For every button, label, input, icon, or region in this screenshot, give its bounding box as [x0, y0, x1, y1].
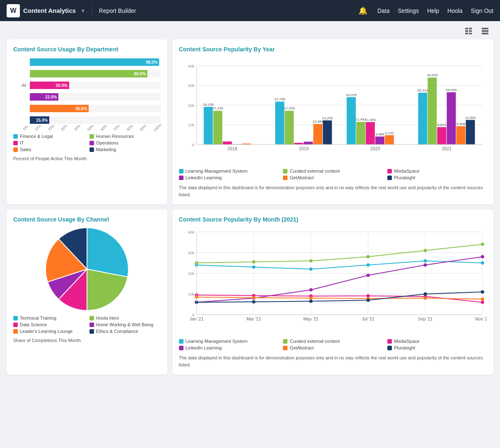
svg-text:4,066: 4,066	[375, 132, 384, 136]
dept-bar-fill: 90.0%	[30, 70, 147, 77]
svg-rect-39	[437, 127, 446, 145]
svg-rect-43	[375, 137, 384, 145]
svg-text:30k: 30k	[188, 84, 194, 88]
legend-item: Finance & Legal	[13, 134, 85, 139]
month-legend-item: Learning Management System	[179, 339, 278, 344]
channel-legend-item: Data Science	[13, 322, 85, 327]
popularity-month-title: Content Source Popularity By Month (2021…	[179, 216, 487, 223]
legend-item: Operations	[89, 140, 161, 145]
legend-dot	[179, 176, 184, 180]
navbar: W Content Analytics ▼ Report Builder 🔔 D…	[0, 0, 500, 21]
svg-point-88	[309, 267, 312, 271]
legend-dot	[13, 329, 18, 334]
svg-point-112	[309, 296, 312, 300]
svg-point-108	[423, 263, 427, 267]
svg-text:10k: 10k	[188, 123, 194, 128]
hoola-link[interactable]: Hoola	[447, 7, 463, 14]
help-link[interactable]: Help	[427, 7, 439, 14]
svg-point-87	[252, 265, 255, 269]
legend-dot	[283, 346, 287, 350]
svg-point-114	[423, 296, 427, 300]
list-view-icon[interactable]	[478, 25, 492, 37]
svg-text:26,314: 26,314	[417, 89, 428, 92]
settings-link[interactable]: Settings	[398, 7, 419, 14]
main-grid: Content Source Usage By Department 99.0%…	[0, 39, 500, 381]
dept-bar-fill: 99.0%	[30, 58, 159, 66]
legend-label: Technical Training	[20, 316, 56, 320]
svg-rect-19	[203, 107, 213, 145]
legend-dot	[13, 141, 18, 145]
svg-text:Sep '21: Sep '21	[418, 317, 433, 321]
svg-text:26,555: 26,555	[446, 88, 457, 92]
svg-text:20k: 20k	[188, 104, 194, 108]
dept-bar-track: 90.0%	[30, 70, 161, 77]
channel-legend-item: Hoola Hero	[89, 316, 161, 320]
legend-label: Hoola Hero	[96, 316, 119, 320]
svg-rect-37	[366, 122, 375, 145]
svg-point-91	[481, 261, 484, 265]
dept-x-label: 0%	[22, 124, 29, 131]
dept-x-label: 70%	[113, 124, 121, 132]
dept-bar-fill: 30.0%	[30, 82, 69, 89]
signout-link[interactable]: Sign Out	[471, 7, 493, 14]
bell-icon[interactable]: 🔔	[358, 6, 367, 15]
svg-text:2018: 2018	[227, 147, 237, 151]
dept-bar-track: 15.0%	[30, 116, 161, 124]
svg-text:40k: 40k	[188, 64, 194, 68]
legend-label: Operations	[96, 140, 118, 145]
svg-rect-36	[294, 143, 303, 145]
nav-links: Data Settings Help Hoola Sign Out	[377, 7, 493, 14]
svg-rect-48	[313, 124, 322, 145]
svg-text:12,259: 12,259	[322, 116, 333, 120]
month-legend-item: Pluralsight	[387, 345, 487, 350]
toolbar	[0, 21, 500, 39]
dept-x-label: 60%	[99, 124, 108, 132]
dept-footer: Percent of People Active This Month	[13, 156, 161, 161]
channel-footer: Share of Completions This Month	[13, 338, 161, 343]
dept-bar-row: 22.0%	[22, 92, 161, 101]
svg-rect-50	[385, 135, 394, 145]
svg-text:May '21: May '21	[303, 317, 319, 321]
dept-x-label: 40%	[73, 124, 82, 132]
app-name: Content Analytics	[23, 7, 76, 14]
channel-legend-item: Ethics & Compliance	[89, 329, 161, 334]
dept-bar-pct: 90.0%	[134, 72, 147, 76]
svg-point-120	[423, 292, 427, 296]
svg-text:19,159: 19,159	[203, 103, 213, 106]
year-disclaimer: The data displayed in this dashboard is …	[179, 184, 487, 198]
legend-label: GetAbstract	[290, 175, 314, 180]
svg-point-96	[423, 249, 427, 252]
nav-divider	[92, 6, 92, 16]
popularity-year-title: Content Source Popularity By Year	[179, 46, 487, 53]
svg-text:0: 0	[192, 143, 194, 147]
data-link[interactable]: Data	[377, 7, 390, 14]
legend-label: Finance & Legal	[20, 134, 53, 139]
app-dropdown-icon[interactable]: ▼	[81, 8, 85, 13]
legend-dot	[387, 339, 392, 344]
svg-rect-52	[456, 126, 465, 145]
channel-legend-item: Technical Training	[13, 316, 85, 320]
channel-legend-item: Leader's Learning Lounge	[13, 329, 85, 334]
dept-bar-track: 22.0%	[30, 93, 161, 101]
legend-dot	[13, 134, 18, 139]
dept-x-label: 50%	[86, 124, 94, 132]
report-builder-link[interactable]: Report Builder	[99, 7, 136, 14]
channel-legend-item: Home Working & Well Being	[89, 322, 161, 327]
legend-label: Human Resources	[96, 134, 134, 139]
svg-rect-1	[469, 28, 472, 29]
svg-text:21,798: 21,798	[274, 98, 285, 101]
month-legend-item: MediaSpace	[387, 339, 487, 344]
svg-point-103	[481, 301, 484, 304]
legend-label: Data Science	[20, 322, 47, 327]
svg-rect-6	[482, 28, 488, 29]
legend-item: Sales	[13, 147, 85, 152]
svg-point-107	[366, 274, 370, 277]
popularity-year-chart: 010k20k30k40k19,15921,79824,07926,31417,…	[179, 58, 487, 165]
grid-view-icon[interactable]	[462, 25, 475, 37]
legend-dot	[89, 316, 94, 320]
dept-x-label: 90%	[139, 124, 147, 132]
legend-dot	[179, 339, 184, 344]
legend-label: Learning Management System	[186, 339, 248, 344]
svg-text:2020: 2020	[370, 147, 380, 151]
dept-bar-fill: 15.0%	[30, 116, 49, 124]
